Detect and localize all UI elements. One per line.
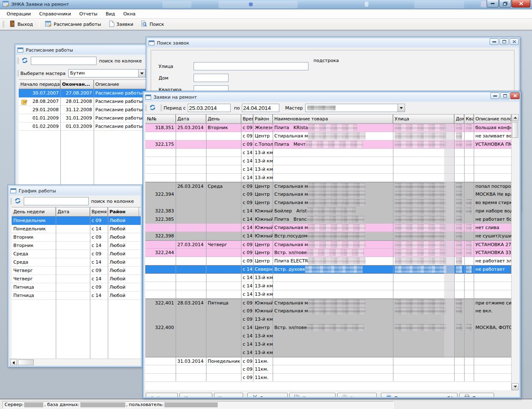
master-filter-combobox[interactable] <box>305 104 405 112</box>
graph-row[interactable]: Средас 14Любой <box>12 258 141 267</box>
print-button[interactable]: Печать <box>459 393 494 397</box>
column-header[interactable]: Врем <box>241 115 253 123</box>
column-header[interactable]: Улица <box>393 115 454 123</box>
exit-button[interactable]: Выход <box>6 19 36 30</box>
minimize-button[interactable] <box>490 92 500 99</box>
column-header[interactable]: Окончан... <box>60 80 94 89</box>
column-header[interactable]: Район <box>253 115 273 123</box>
graph-row[interactable]: Пятницас 14Любой <box>12 292 141 300</box>
graph-row[interactable]: Вторникс 14Любой <box>12 242 141 250</box>
period-from-input[interactable] <box>188 104 231 112</box>
schedule-search-input[interactable] <box>31 57 97 65</box>
graph-row[interactable]: Понедельникс 09Любой <box>12 217 141 225</box>
request-row[interactable]: с 09ЦентрСтиральная мво время стирки <box>145 199 511 207</box>
request-row[interactable]: 322,398с 14ЮжныйВстр.посудомне сушит/суш… <box>145 232 511 240</box>
cut-button[interactable]: Вырезать <box>247 393 288 397</box>
search-window-titlebar[interactable]: Поиск заявок <box>147 38 519 47</box>
schedule-row[interactable]: 28.08.200728.01.2008Расписание работы с <box>19 97 146 106</box>
requests-button[interactable]: Заявки <box>105 19 137 30</box>
request-row[interactable]: с 1413-й км <box>145 340 511 349</box>
request-row[interactable]: с 1413-й км <box>145 157 511 165</box>
schedule-row[interactable]: 01.02.200901.03.2009Расписание работы с <box>19 122 146 131</box>
copy-button[interactable]: Копировать <box>289 393 336 397</box>
graph-row[interactable]: Пятницас 09Любой <box>12 283 141 292</box>
chevron-down-icon[interactable] <box>138 70 145 77</box>
chevron-down-icon[interactable] <box>398 104 405 112</box>
vertical-scrollbar[interactable] <box>511 114 518 390</box>
horizontal-scrollbar[interactable] <box>9 359 141 366</box>
column-header[interactable]: Дата <box>176 115 206 123</box>
column-header[interactable]: Описание <box>94 80 146 89</box>
request-row[interactable]: с 0911км. <box>145 374 511 382</box>
column-header[interactable]: №№ <box>145 115 176 123</box>
schedule-window-titlebar[interactable]: Расписание работы <box>16 45 146 55</box>
request-row[interactable]: с 09ЦентрПлита ELECTRне работает эл. <box>145 257 511 265</box>
request-row[interactable]: 31.03.2014Понедельникс 0911км. <box>145 357 511 365</box>
schedule-row[interactable]: 01.01.200931.01.2009Расписание работы с <box>19 114 146 122</box>
add-button[interactable]: Добавить <box>146 393 178 397</box>
column-header[interactable]: День недели <box>12 207 56 216</box>
request-row[interactable]: с 1413-й км <box>145 149 511 157</box>
minimize-button[interactable] <box>487 0 499 7</box>
request-row[interactable]: с 1413-й км <box>145 349 511 357</box>
request-row[interactable]: с 09ЮжныйСтиральная мне вкл. <box>145 307 511 315</box>
graph-row[interactable]: Четвергс 09Любой <box>12 267 141 275</box>
request-row[interactable]: 322,383с 14ЮжныйБойлер Aristпри наборе в… <box>145 207 511 215</box>
search-button[interactable]: Поиск <box>137 19 167 30</box>
menu-item-1[interactable]: Операции <box>2 10 35 18</box>
request-row[interactable]: с 1413-й км <box>145 165 511 174</box>
request-row[interactable]: 322,400с 14ЦентрВстр. эл/повеМОСКВА, ФОТ… <box>145 324 511 332</box>
column-header[interactable]: Район <box>108 207 139 216</box>
request-row[interactable]: с 0913-й км <box>145 315 511 324</box>
column-header[interactable]: Время <box>90 207 108 216</box>
maximize-button[interactable] <box>500 38 509 45</box>
menu-item-2[interactable]: Справочники <box>35 10 75 18</box>
scrollbar-thumb[interactable] <box>18 359 34 365</box>
edit-button[interactable]: Изменить <box>179 393 212 397</box>
schedule-button[interactable]: Расписание работы <box>42 19 104 30</box>
schedule-row[interactable]: 29.01.200831.12.2008Расписание работы с <box>19 106 146 114</box>
column-header[interactable]: Начало периода <box>19 80 60 89</box>
graph-row[interactable]: Четвергс 14Любой <box>12 275 141 283</box>
restore-button[interactable] <box>499 0 511 7</box>
period-to-input[interactable] <box>242 104 279 112</box>
request-row[interactable]: с 09ЦентрСтиральная мне заливает вод <box>145 132 511 140</box>
request-row[interactable]: с 14СеверньВстр. духовкне работает <box>145 265 511 274</box>
street-input[interactable] <box>194 62 308 70</box>
column-header[interactable]: Наименование товара <box>273 115 393 123</box>
refresh-icon[interactable] <box>149 104 156 112</box>
master-combobox[interactable]: Бутин <box>68 69 146 77</box>
request-row[interactable]: 318,35125.03.2014Вторникс 09ЖелезноПлита… <box>145 124 511 132</box>
request-row[interactable]: с 1413-й км <box>145 290 511 299</box>
schedule-row[interactable]: 30.07.200727.08.2007Расписание работы с <box>19 89 146 97</box>
column-header[interactable]: День <box>206 115 241 123</box>
graph-row[interactable]: Средас 09Любой <box>12 250 141 258</box>
menu-item-5[interactable]: Окна <box>119 10 139 18</box>
request-row[interactable]: 322,175с 09с.ТополеПлита МечтУСТАНОВКА П… <box>145 140 511 149</box>
scroll-down-button[interactable] <box>512 383 519 390</box>
request-row[interactable]: 322,394с 09ЦентрСтиральная мМОСКВА Не вр… <box>145 190 511 199</box>
delete-button[interactable]: Удалить <box>214 393 243 397</box>
refresh-icon[interactable] <box>21 57 28 65</box>
close-button[interactable] <box>512 0 530 7</box>
check-repeat-button[interactable]: Проверить на повтор F4 <box>381 393 457 397</box>
maximize-button[interactable] <box>500 92 510 99</box>
requests-window-titlebar[interactable]: Заявки на ремонт <box>144 92 520 102</box>
paste-button[interactable]: Вставить <box>337 393 377 397</box>
column-header[interactable]: Квар <box>464 115 474 123</box>
request-row[interactable]: с 1413-й км <box>145 274 511 282</box>
request-row[interactable]: 322,385с 14ЮжныйПлита Brancне работает б… <box>145 215 511 224</box>
graph-window-titlebar[interactable]: График работы <box>9 186 141 195</box>
column-header[interactable]: Дата <box>56 207 90 216</box>
menu-item-4[interactable]: Вид <box>102 10 119 18</box>
graph-search-input[interactable] <box>24 197 89 205</box>
request-row[interactable]: 322,244с 09ЦентрВстр. эл/повеУСТАНОВКА 3… <box>145 249 511 257</box>
scroll-left-button[interactable] <box>10 359 17 366</box>
request-row[interactable]: 27.03.2014Четвергс 09ЦентрСтиральная мУС… <box>145 240 511 249</box>
graph-row[interactable]: Понедельникс 14Любой <box>12 225 141 233</box>
graph-row[interactable]: Вторникс 09Любой <box>12 233 141 242</box>
request-row[interactable]: с 1413-й км <box>145 332 511 340</box>
scroll-up-button[interactable] <box>512 114 519 121</box>
menu-item-3[interactable]: Отчеты <box>75 10 102 18</box>
request-row[interactable]: 322,40128.03.2014Пятницас 09ЮжныйСтираль… <box>145 299 511 307</box>
